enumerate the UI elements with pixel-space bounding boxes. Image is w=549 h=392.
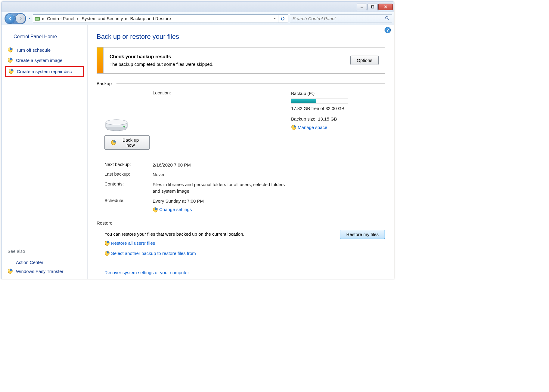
forward-button[interactable] [15,14,26,24]
schedule-value: Every Sunday at 7:00 PM [153,198,204,204]
alert-title: Check your backup results [110,54,171,59]
restore-all-users-link[interactable]: Restore all users' files [104,239,155,248]
link-label: Action Center [16,260,43,265]
chevron-right-icon: ▸ [125,16,128,21]
backup-results-alert: Check your backup results The backup com… [97,47,385,74]
next-backup-value: 2/16/2020 7:00 PM [153,162,385,169]
schedule-label: Schedule: [104,198,150,203]
sidebar-link-action-center[interactable]: Action Center [8,258,84,267]
shield-icon [291,125,296,130]
window-buttons [356,4,393,10]
chevron-right-icon: ▸ [77,16,79,21]
page-title: Back up or restore your files [97,33,385,41]
options-button[interactable]: Options [350,56,379,65]
svg-rect-1 [371,6,374,8]
restore-group: Restore You can restore your files that … [97,220,385,277]
sidebar-item-create-system-image[interactable]: Create a system image [5,56,84,65]
alert-body-text: The backup completed but some files were… [110,62,213,67]
svg-text:?: ? [386,28,389,32]
location-value: Backup (E:) [291,91,315,96]
shield-icon [8,69,14,74]
sidebar-item-turn-off-schedule[interactable]: Turn off schedule [5,45,84,54]
shield-icon [8,268,13,274]
svg-rect-5 [36,18,39,20]
svg-point-6 [386,17,388,19]
space-free-text: 17.82 GB free of 32.00 GB [291,105,385,112]
back-up-now-button[interactable]: Back up now [104,135,150,150]
close-button[interactable] [378,4,393,10]
link-label: Windows Easy Transfer [16,269,64,274]
contents-value: Files in libraries and personal folders … [153,181,288,195]
sidebar-item-label: Create a system repair disc [17,69,72,74]
shield-icon [153,207,158,213]
chevron-right-icon: ▸ [42,16,45,21]
sidebar: Control Panel Home Turn off schedule Cre… [2,25,88,279]
see-also-heading: See also [8,249,84,254]
svg-point-12 [106,120,127,125]
control-panel-icon [34,16,40,22]
crumb-backup-restore[interactable]: Backup and Restore [130,16,171,21]
backup-size-text: Backup size: 13.15 GB [291,116,385,123]
restore-group-label: Restore [97,220,113,225]
disk-drive-icon [104,116,129,131]
sidebar-link-easy-transfer[interactable]: Windows Easy Transfer [8,267,84,276]
crumb-control-panel[interactable]: Control Panel [47,16,74,21]
maximize-button[interactable] [368,4,378,10]
refresh-button[interactable] [278,15,287,23]
last-backup-value: Never [153,171,385,178]
restore-my-files-button[interactable]: Restore my files [340,230,385,239]
backup-group-label: Backup [97,81,112,86]
alert-stripe [97,47,104,73]
nav-back-forward [5,13,26,24]
shield-icon [104,251,110,256]
address-bar[interactable]: ▸ Control Panel ▸ System and Security ▸ … [33,14,288,23]
shield-icon [8,47,13,53]
disk-space-progress [291,99,348,103]
last-backup-label: Last backup: [104,171,150,176]
title-bar [2,2,394,12]
contents-label: Contents: [104,181,150,186]
shield-icon [8,57,13,63]
shield-icon [104,240,110,246]
search-input[interactable] [293,16,385,21]
select-another-backup-link[interactable]: Select another backup to restore files f… [104,249,196,258]
backup-group: Backup Location: Backup (E:) 17.82 GB fr… [97,81,385,215]
change-settings-link[interactable]: Change settings [153,206,192,213]
breadcrumbs: ▸ Control Panel ▸ System and Security ▸ … [42,16,171,21]
address-dropdown[interactable] [273,16,276,21]
nav-history-dropdown[interactable] [28,17,31,20]
back-button[interactable] [5,14,15,24]
sidebar-item-label: Create a system image [16,58,62,63]
svg-point-13 [123,126,125,127]
help-icon[interactable]: ? [384,27,391,33]
crumb-system-security[interactable]: System and Security [82,16,123,21]
sidebar-item-create-repair-disc[interactable]: Create a system repair disc [5,66,84,77]
next-backup-label: Next backup: [104,162,150,167]
shield-icon [111,140,116,145]
sidebar-home-link[interactable]: Control Panel Home [14,34,84,39]
sidebar-item-label: Turn off schedule [16,47,51,53]
backup-restore-window: ▸ Control Panel ▸ System and Security ▸ … [1,1,394,279]
search-icon [385,16,389,21]
restore-intro-text: You can restore your files that were bac… [104,231,244,237]
recover-system-link[interactable]: Recover system settings or your computer [104,268,189,277]
location-label: Location: [153,90,288,95]
search-box[interactable] [290,14,392,23]
main-content: ? Back up or restore your files Check yo… [88,25,394,279]
progress-fill [291,99,316,103]
minimize-button[interactable] [357,4,367,10]
svg-line-7 [388,19,389,20]
navigation-row: ▸ Control Panel ▸ System and Security ▸ … [2,12,394,25]
manage-space-link[interactable]: Manage space [291,124,327,131]
